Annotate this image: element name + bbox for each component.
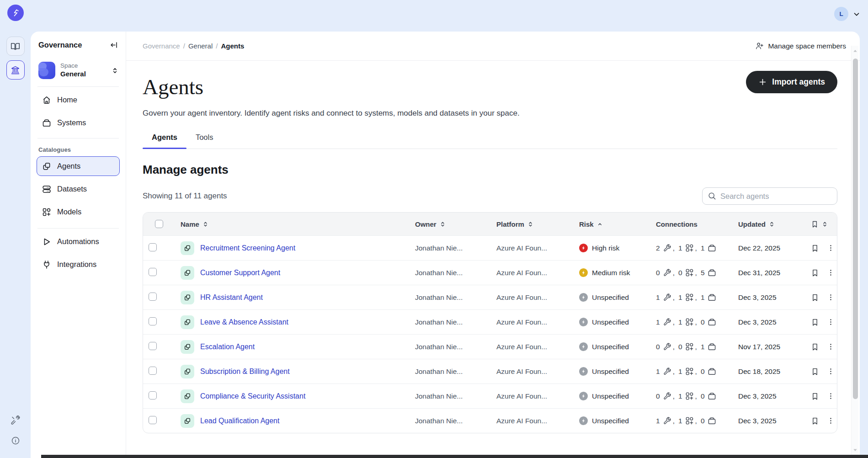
app-logo[interactable]	[7, 5, 24, 21]
systems-count: 5	[701, 269, 705, 277]
scrollbar-thumb[interactable]	[853, 59, 858, 399]
sort-icon	[769, 221, 775, 227]
bookmark-button[interactable]	[811, 318, 819, 326]
connections-cell: 0 , 0 , 1	[650, 342, 733, 351]
separator: ,	[673, 293, 675, 302]
row-checkbox[interactable]	[149, 416, 157, 424]
agent-name-link[interactable]: Customer Support Agent	[200, 269, 280, 277]
row-checkbox[interactable]	[149, 342, 157, 350]
dots-vertical-icon	[827, 343, 835, 351]
breadcrumb-general[interactable]: General	[188, 42, 213, 50]
systems-icon	[708, 342, 716, 351]
chevron-down-icon[interactable]	[852, 10, 861, 18]
table-row: Escalation Agent Jonathan Nie... Azure A…	[143, 334, 837, 359]
dots-vertical-icon	[827, 417, 835, 425]
bookmark-button[interactable]	[811, 343, 819, 351]
column-header-bookmark[interactable]	[806, 220, 837, 228]
row-menu-button[interactable]	[827, 367, 835, 375]
row-menu-button[interactable]	[827, 392, 835, 400]
sidebar-item-label: Datasets	[57, 185, 87, 193]
risk-label: Unspecified	[592, 367, 629, 376]
logo-icon	[11, 8, 20, 17]
bookmark-button[interactable]	[811, 293, 819, 302]
row-checkbox[interactable]	[149, 391, 157, 399]
bookmark-button[interactable]	[811, 269, 819, 277]
avatar[interactable]: L	[834, 7, 848, 21]
column-header-name[interactable]: Name	[175, 220, 410, 228]
tab-tools[interactable]: Tools	[186, 130, 223, 149]
account-menu[interactable]: L	[834, 7, 861, 21]
bookmark-icon	[811, 367, 819, 376]
select-all-checkbox[interactable]	[155, 220, 163, 228]
rail-governance-button[interactable]	[6, 60, 25, 80]
wrench-icon	[663, 244, 671, 252]
breadcrumb-governance[interactable]: Governance	[143, 42, 180, 50]
breadcrumb: Governance / General / Agents	[143, 42, 244, 50]
bookmark-button[interactable]	[811, 392, 819, 400]
tools-count: 1	[656, 318, 660, 326]
platform-cell: Azure AI Foun...	[491, 417, 573, 425]
scroll-down-arrow[interactable]	[852, 447, 858, 453]
sidebar-item-integrations[interactable]: Integrations	[37, 255, 120, 274]
search-icon	[708, 192, 716, 200]
sidebar-item-agents[interactable]: Agents	[37, 156, 120, 176]
row-checkbox[interactable]	[149, 293, 157, 301]
manage-space-members-button[interactable]: Manage space members	[755, 42, 846, 50]
systems-icon	[708, 392, 716, 400]
copy-icon	[184, 343, 191, 351]
row-menu-button[interactable]	[827, 293, 835, 301]
sidebar-item-datasets[interactable]: Datasets	[37, 179, 120, 199]
sidebar-item-automations[interactable]: Automations	[37, 232, 120, 251]
row-checkbox[interactable]	[149, 367, 157, 375]
rail-tools-button[interactable]	[11, 415, 20, 425]
tools-count: 1	[656, 293, 660, 302]
row-checkbox[interactable]	[149, 317, 157, 325]
platform-cell: Azure AI Foun...	[491, 343, 573, 351]
table-header: Name Owner Platform Risk	[143, 213, 837, 235]
column-header-risk[interactable]: Risk	[573, 220, 650, 228]
risk-label: Unspecified	[592, 343, 629, 351]
space-selector[interactable]: Space General	[38, 62, 119, 79]
bookmark-icon	[811, 392, 819, 400]
agent-name-link[interactable]: Leave & Absence Assistant	[200, 318, 288, 326]
row-menu-button[interactable]	[827, 269, 835, 277]
row-checkbox[interactable]	[149, 268, 157, 276]
models-icon	[42, 208, 51, 217]
sidebar-item-home[interactable]: Home	[37, 90, 120, 110]
vertical-scrollbar[interactable]	[851, 46, 858, 457]
sidebar-item-models[interactable]: Models	[37, 202, 120, 222]
column-header-connections[interactable]: Connections	[650, 220, 733, 228]
bookmark-button[interactable]	[811, 244, 819, 252]
bookmark-button[interactable]	[811, 417, 819, 425]
tools-count: 1	[656, 367, 660, 376]
column-header-platform[interactable]: Platform	[491, 220, 573, 228]
search-input[interactable]	[702, 187, 837, 205]
row-menu-button[interactable]	[827, 318, 835, 326]
page-description: Govern your agent inventory. Identify ag…	[143, 109, 837, 118]
sidebar-item-label: Agents	[57, 162, 80, 170]
agent-name-link[interactable]: Compliance & Security Assistant	[200, 392, 305, 400]
column-header-owner[interactable]: Owner	[410, 220, 491, 228]
content-area: Governance / General / Agents Manage spa…	[126, 32, 860, 458]
bookmark-button[interactable]	[811, 367, 819, 376]
scroll-up-arrow[interactable]	[852, 48, 858, 54]
owner-cell: Jonathan Nie...	[410, 293, 491, 302]
sidebar-item-systems[interactable]: Systems	[37, 113, 120, 133]
row-checkbox[interactable]	[149, 243, 157, 251]
tab-agents[interactable]: Agents	[143, 130, 186, 149]
agent-name-link[interactable]: Subscription & Billing Agent	[200, 367, 290, 376]
import-agents-button[interactable]: Import agents	[746, 71, 837, 93]
agent-name-link[interactable]: Recruitment Screening Agent	[200, 244, 295, 252]
row-menu-button[interactable]	[827, 244, 835, 252]
rail-docs-button[interactable]	[6, 37, 25, 56]
agent-name-link[interactable]: Lead Qualification Agent	[200, 417, 279, 425]
column-header-updated[interactable]: Updated	[733, 220, 806, 228]
agent-icon	[181, 389, 194, 403]
row-menu-button[interactable]	[827, 417, 835, 425]
agent-name-link[interactable]: HR Assistant Agent	[200, 293, 263, 302]
collapse-sidebar-icon[interactable]	[110, 41, 118, 49]
row-menu-button[interactable]	[827, 343, 835, 351]
agent-name-link[interactable]: Escalation Agent	[200, 343, 255, 351]
rail-info-button[interactable]	[11, 436, 20, 445]
sidebar-item-label: Automations	[57, 237, 99, 246]
